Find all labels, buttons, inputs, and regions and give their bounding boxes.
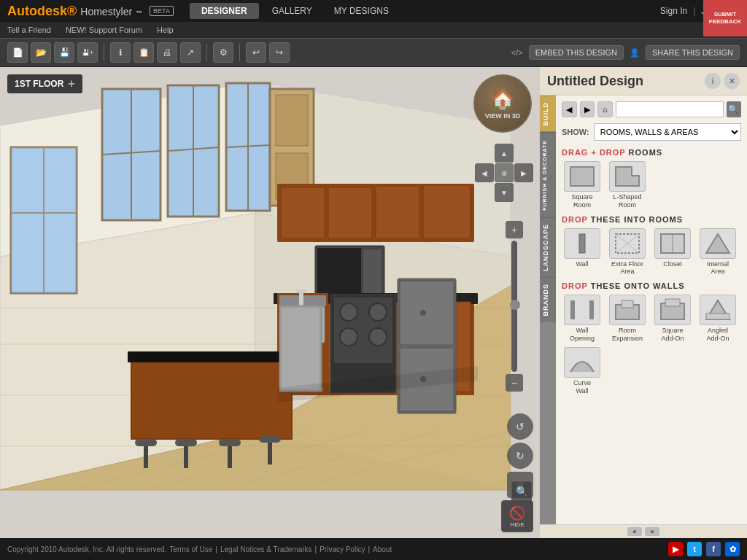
svg-rect-37 <box>363 249 382 293</box>
zoom-handle[interactable] <box>510 300 520 310</box>
save-button[interactable]: 💾 <box>54 42 74 63</box>
svg-rect-82 <box>570 300 575 319</box>
forward-nav-button[interactable]: ▶ <box>580 101 595 117</box>
angled-addon-item[interactable]: AngledAdd-On <box>697 295 738 343</box>
beta-badge: BETA <box>150 6 174 16</box>
privacy-link[interactable]: Privacy Policy <box>320 545 365 553</box>
nav-empty-tr <box>514 144 533 163</box>
save-as-button[interactable]: 💾+ <box>77 42 98 63</box>
share-button[interactable]: SHARE THIS DESIGN <box>646 45 740 60</box>
settings-button[interactable]: ⚙ <box>213 42 233 63</box>
drop-into-header: DROP THESE INTO ROOMS <box>562 215 741 224</box>
nav-left-button[interactable]: ◀ <box>475 163 494 182</box>
zoom-out-button[interactable]: − <box>506 374 523 392</box>
gallery-button[interactable]: GALLERY <box>263 3 321 19</box>
youtube-icon[interactable]: ▶ <box>668 542 683 556</box>
new-button[interactable]: 📄 <box>7 42 28 63</box>
flickr-icon[interactable]: ✿ <box>725 542 740 556</box>
rotate-cw-button[interactable]: ↻ <box>507 443 533 469</box>
nav-up-button[interactable]: ▲ <box>495 144 514 163</box>
room-expansion-item[interactable]: RoomExpansion <box>607 295 648 343</box>
extra-floor-thumb <box>609 228 646 259</box>
nav-center-button[interactable]: ⊕ <box>495 163 514 182</box>
tell-friend-link[interactable]: Tell a Friend <box>7 26 51 34</box>
closet-item[interactable]: Closet <box>652 228 693 276</box>
rotate-ccw-button[interactable]: ↺ <box>507 413 533 440</box>
feedback-button[interactable]: SUBMITFEEDBACK <box>703 0 747 36</box>
terms-link[interactable]: Terms of Use <box>169 545 212 553</box>
undo-button[interactable]: ↩ <box>246 42 266 63</box>
tab-brands[interactable]: BRANDS <box>540 277 556 322</box>
zoom-track[interactable] <box>511 241 517 372</box>
add-floor-button[interactable]: + <box>68 77 74 90</box>
internal-area-item[interactable]: InternalArea <box>697 228 738 276</box>
open-button[interactable]: 📂 <box>31 42 51 63</box>
about-link[interactable]: About <box>373 545 392 553</box>
search-input[interactable] <box>616 101 724 117</box>
support-link[interactable]: NEW! Support Forum <box>66 26 142 34</box>
drag-drop-label: DRAG + DROP <box>562 148 626 157</box>
view-3d-label: VIEW IN 3D <box>485 112 521 120</box>
show-select[interactable]: ROOMS, WALLS & AREAS <box>594 123 741 141</box>
help-link[interactable]: Help <box>157 26 174 34</box>
export-button[interactable]: ↗ <box>180 42 201 63</box>
svg-rect-64 <box>175 439 197 446</box>
square-addon-thumb <box>654 295 691 325</box>
nav-empty-br <box>514 183 533 202</box>
panel-expand-button[interactable]: » <box>645 527 659 536</box>
view-3d-button[interactable]: 🏠 VIEW IN 3D <box>473 74 532 133</box>
curve-wall-item[interactable]: CurveWall <box>562 347 603 395</box>
show-label: SHOW: <box>562 128 589 136</box>
l-shaped-room-item[interactable]: L-ShapedRoom <box>607 161 648 209</box>
search-button[interactable]: 🔍 <box>727 101 741 117</box>
svg-rect-83 <box>589 300 594 319</box>
redo-button[interactable]: ↪ <box>269 42 290 63</box>
square-room-item[interactable]: SquareRoom <box>562 161 603 209</box>
toolbar-right: </> EMBED THIS DESIGN 👤 SHARE THIS DESIG… <box>511 45 740 60</box>
hide-button[interactable]: 🚫 HIDE <box>501 500 533 532</box>
nav-empty-bl <box>475 183 494 202</box>
back-nav-button[interactable]: ◀ <box>562 101 577 117</box>
twitter-icon[interactable]: t <box>687 542 702 556</box>
info-button[interactable]: ℹ <box>110 42 131 63</box>
svg-rect-17 <box>11 147 77 293</box>
magnify-button[interactable]: 🔍 <box>511 481 532 502</box>
sep3: | <box>368 545 370 553</box>
embed-button[interactable]: EMBED THIS DESIGN <box>529 45 624 60</box>
info-icon-button[interactable]: i <box>705 73 721 89</box>
hide-label: HIDE <box>510 521 524 528</box>
nav-down-button[interactable]: ▼ <box>495 183 514 202</box>
tab-furnish[interactable]: FURNISH & DECORATE <box>540 132 556 218</box>
signin-link[interactable]: Sign In <box>660 6 687 16</box>
share-label: SHARE THIS DESIGN <box>652 48 733 57</box>
home-nav-button[interactable]: ⌂ <box>597 101 613 117</box>
separator2 <box>206 44 207 61</box>
canvas-area[interactable]: 1ST FLOOR + 🏠 VIEW IN 3D ▲ ◀ ⊕ ▶ ▼ + <box>0 67 539 538</box>
wall-opening-item[interactable]: WallOpening <box>562 295 603 343</box>
drop-into-drop-label: DROP <box>562 215 588 224</box>
settings-icon-button[interactable]: ✕ <box>724 73 740 89</box>
wall-opening-thumb <box>564 295 600 325</box>
internal-area-thumb <box>700 228 736 259</box>
designer-button[interactable]: DESIGNER <box>190 3 259 19</box>
tab-landscape[interactable]: LANDSCAPE <box>540 217 556 277</box>
zoom-in-button[interactable]: + <box>506 221 523 238</box>
extra-floor-item[interactable]: Extra FloorArea <box>607 228 648 276</box>
nav-right-button[interactable]: ▶ <box>514 163 533 182</box>
nav-empty-tl <box>475 144 494 163</box>
mydesigns-button[interactable]: MY DESIGNS <box>325 3 398 19</box>
square-addon-item[interactable]: SquareAdd-On <box>652 295 693 343</box>
wall-item[interactable]: Wall <box>562 228 603 276</box>
legal-link[interactable]: Legal Notices & Trademarks <box>220 545 312 553</box>
copyright-text: Copyright 2010 Autodesk, Inc. All rights… <box>7 545 166 553</box>
tab-build[interactable]: BUILD <box>540 96 556 132</box>
svg-rect-36 <box>317 248 361 295</box>
facebook-icon[interactable]: f <box>706 542 721 556</box>
clipboard-button[interactable]: 📋 <box>133 42 154 63</box>
svg-rect-63 <box>144 446 148 468</box>
floor-tab[interactable]: 1ST FLOOR + <box>7 74 82 93</box>
print-button[interactable]: 🖨 <box>157 42 177 63</box>
panel-collapse-button[interactable]: « <box>627 527 642 536</box>
room-expansion-thumb <box>609 295 646 325</box>
show-row: SHOW: ROOMS, WALLS & AREAS <box>562 123 741 141</box>
